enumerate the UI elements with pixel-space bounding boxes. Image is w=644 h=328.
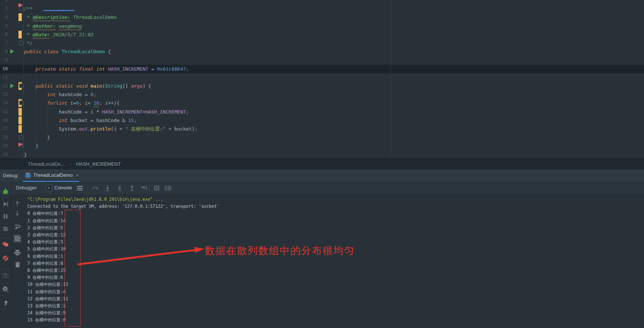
breadcrumb-member[interactable]: HASH_INCREMENT <box>76 161 121 167</box>
line-number: 11 <box>0 73 8 82</box>
code-line: 5 * @Author: wangmeng <box>0 22 644 30</box>
console-line: 15 在桶中的位置:0 <box>27 317 644 324</box>
mute-breakpoints-icon[interactable] <box>1 254 10 262</box>
code-text: } <box>24 133 644 142</box>
ide-window: 23/**4 * @Description: ThreadLocalDemo5 … <box>0 0 644 328</box>
code-line: 13 int hashCode = 0; <box>0 90 644 99</box>
run-arrow-icon[interactable] <box>10 49 14 54</box>
console-line: 0 在桶中的位置:7 <box>27 210 644 217</box>
console-line: 12 在桶中的位置:11 <box>27 295 644 302</box>
line-number: 19 <box>0 142 8 150</box>
code-line: 3/** <box>0 4 644 13</box>
line-number: 8 <box>0 47 8 56</box>
fold-marker-icon[interactable] <box>19 84 23 88</box>
step-into-icon[interactable] <box>103 184 112 193</box>
line-number: 3 <box>0 4 8 13</box>
bookmark-flag-icon[interactable] <box>18 3 23 7</box>
down-stack-icon[interactable] <box>13 209 21 217</box>
force-step-into-icon[interactable] <box>115 184 124 193</box>
tab-console[interactable]: Console <box>54 182 72 193</box>
code-editor[interactable]: 23/**4 * @Description: ThreadLocalDemo5 … <box>0 0 644 158</box>
line-number: 2 <box>0 0 8 4</box>
line-number: 7 <box>0 39 8 47</box>
code-text: int hashCode = 0; <box>24 90 644 99</box>
debug-toolbar: Debugger > Console <box>0 182 644 194</box>
toolbar-divider <box>1 197 10 197</box>
vcs-change-bar <box>18 108 22 116</box>
rerun-debug-icon[interactable] <box>1 187 10 195</box>
code-line: 7 */ <box>0 39 644 47</box>
bookmark-flag-icon[interactable] <box>18 143 23 147</box>
menu-icon[interactable] <box>75 184 84 193</box>
code-line: 20} <box>0 151 644 159</box>
line-number: 12 <box>0 82 8 90</box>
vcs-change-bar <box>18 13 22 21</box>
line-number: 18 <box>0 133 8 142</box>
line-number: 20 <box>0 151 8 159</box>
annotation-note: 数据在散列数组中的分布很均匀 <box>205 244 355 257</box>
clear-all-icon[interactable] <box>13 260 21 268</box>
code-text: public static void main(String[] args) { <box>24 82 644 90</box>
line-number: 14 <box>0 99 8 107</box>
settings-icon[interactable] <box>1 285 10 293</box>
code-text: hashCode = i * HASH_INCREMENT+HASH_INCRE… <box>24 108 644 116</box>
code-line: 11 <box>0 73 644 82</box>
console-line: 8 在桶中的位置:15 <box>27 267 644 274</box>
view-breakpoints-icon[interactable] <box>1 240 10 248</box>
resume-icon[interactable] <box>1 200 10 208</box>
code-line: 18 } <box>0 133 644 142</box>
code-text: * @Author: wangmeng <box>24 22 644 30</box>
print-icon[interactable] <box>13 248 21 257</box>
console-line: 7 在桶中的位置:8 <box>27 260 644 267</box>
fold-marker-icon[interactable] <box>19 41 23 45</box>
pause-icon[interactable] <box>1 212 10 220</box>
fold-marker-icon[interactable] <box>19 101 23 105</box>
pin-icon[interactable] <box>1 299 10 307</box>
code-line: 9 <box>0 56 644 64</box>
code-line: 8public class ThreadLocalDemo { <box>0 47 644 56</box>
toolbar-divider <box>1 238 10 238</box>
debug-left-toolbar <box>0 182 11 328</box>
step-over-icon[interactable] <box>91 184 100 193</box>
code-text: private static final int HASH_INCREMENT … <box>24 65 644 73</box>
code-text: */ <box>24 39 644 47</box>
code-text: public class ThreadLocalDemo { <box>24 47 644 56</box>
vcs-change-bar <box>18 31 22 38</box>
line-number: 13 <box>0 90 8 99</box>
up-stack-icon[interactable] <box>13 199 21 207</box>
run-configuration-icon <box>25 172 31 178</box>
scroll-to-end-icon[interactable] <box>13 234 21 243</box>
line-number: 9 <box>0 56 8 64</box>
console-line: Connected to the target VM, address: '12… <box>27 203 644 210</box>
code-line: 16 int bucket = hashCode & 15; <box>0 116 644 125</box>
restore-layout-icon[interactable] <box>164 184 173 193</box>
run-arrow-icon[interactable] <box>10 84 14 88</box>
console-left-toolbar <box>11 194 24 328</box>
console-line: 10 在桶中的位置:13 <box>27 281 644 288</box>
code-text: * @Date: 2020/5/7 21:03 <box>24 30 644 39</box>
console-output[interactable]: "C:\Program Files\Java\jdk1.8.0_201\bin\… <box>24 194 644 328</box>
tab-debugger[interactable]: Debugger <box>16 182 37 193</box>
run-to-cursor-icon[interactable] <box>139 184 148 193</box>
vcs-change-bar <box>18 125 22 133</box>
annotation-highlight-box <box>65 210 81 327</box>
debug-session-tab-title: ThreadLocalDemo <box>33 172 73 178</box>
fold-marker-icon[interactable] <box>19 135 23 139</box>
soft-wrap-icon[interactable] <box>13 223 21 231</box>
vcs-change-bar <box>18 116 22 124</box>
stop-icon[interactable] <box>1 225 10 233</box>
close-icon[interactable]: × <box>76 172 79 178</box>
code-text: } <box>24 142 644 150</box>
step-out-icon[interactable] <box>127 184 136 193</box>
evaluate-expression-icon[interactable] <box>152 184 161 193</box>
line-number: 17 <box>0 125 8 133</box>
toolbar-divider <box>1 269 10 270</box>
code-text: } <box>24 151 644 159</box>
debug-session-tab[interactable]: ThreadLocalDemo × <box>23 169 81 181</box>
breadcrumb-file[interactable]: ThreadLocalDe... <box>28 161 65 167</box>
code-line: 15 hashCode = i * HASH_INCREMENT+HASH_IN… <box>0 108 644 116</box>
code-line: 2 <box>0 0 644 4</box>
console-line: 1 在桶中的位置:14 <box>27 217 644 224</box>
thread-dump-icon[interactable] <box>1 271 10 280</box>
debug-label: Debug: <box>3 169 18 182</box>
